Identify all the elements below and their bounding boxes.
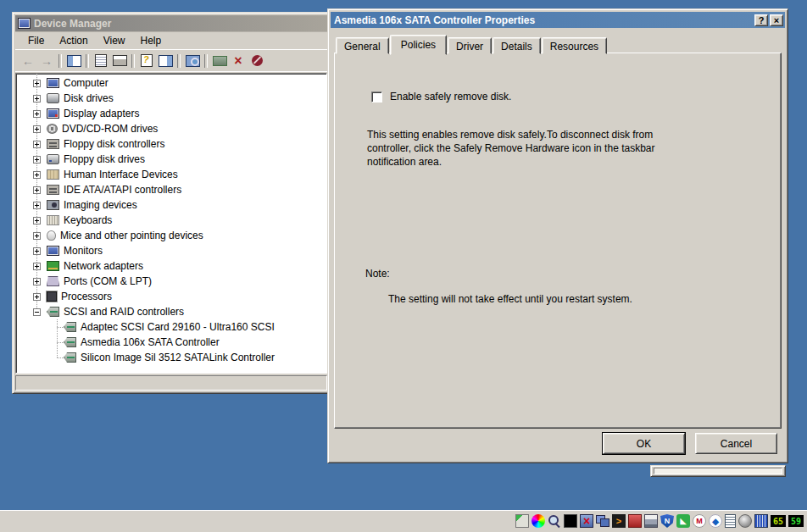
tree-item-processors[interactable]: Processors	[16, 289, 326, 304]
tree-item-floppy-disk-controllers[interactable]: Floppy disk controllers	[16, 136, 326, 152]
expand-icon[interactable]	[33, 202, 41, 209]
scan-hardware-icon[interactable]	[183, 53, 202, 69]
tree-item-imaging-devices[interactable]: Imaging devices	[16, 197, 326, 213]
green-arrow-tray-icon[interactable]	[676, 514, 690, 528]
scan-hardware-glyph	[186, 55, 200, 67]
tab-details[interactable]: Details	[493, 37, 541, 54]
tab-general[interactable]: General	[336, 37, 389, 54]
tree-item-monitors[interactable]: Monitors	[16, 243, 326, 258]
show-console-tree-icon[interactable]	[64, 53, 83, 69]
tree-item-floppy-disk-drives[interactable]: Floppy disk drives	[16, 152, 326, 167]
expand-icon[interactable]	[33, 80, 41, 87]
magnifier-tray-icon[interactable]	[548, 514, 561, 528]
device-manager-titlebar[interactable]: Device Manager	[15, 15, 327, 31]
uninstall-icon[interactable]	[229, 53, 248, 69]
expand-icon[interactable]	[33, 141, 41, 148]
properties-dialog: Asmedia 106x SATA Controller Properties …	[327, 8, 788, 463]
taskbar[interactable]: 6559	[0, 510, 807, 532]
menu-file[interactable]: File	[20, 33, 52, 48]
tree-item-disk-drives[interactable]: Disk drives	[16, 91, 326, 106]
tree-item-keyboards[interactable]: Keyboards	[16, 213, 326, 228]
expand-icon[interactable]	[33, 171, 41, 179]
tree-item-label: DVD/CD-ROM drives	[62, 123, 158, 135]
tab-resources[interactable]: Resources	[542, 37, 607, 54]
back-icon[interactable]	[19, 53, 37, 69]
event-log-tray-icon[interactable]	[725, 514, 736, 528]
menu-view[interactable]: View	[96, 33, 133, 48]
tree-item-network-adapters[interactable]: Network adapters	[16, 258, 326, 274]
show-detail-pane-icon[interactable]	[156, 53, 175, 69]
tree-item-scsi-and-raid-controllers[interactable]: SCSI and RAID controllers	[16, 304, 326, 319]
tree-item-display-adapters[interactable]: Display adapters	[16, 106, 326, 121]
update-driver-icon[interactable]	[210, 53, 229, 69]
device-tree[interactable]: ComputerDisk drivesDisplay adaptersDVD/C…	[15, 73, 327, 374]
help-icon[interactable]	[137, 53, 156, 69]
media-chevron-tray-icon[interactable]	[612, 514, 626, 528]
tree-item-adaptec-scsi-card-29160-ultra160-scsi[interactable]: Adaptec SCSI Card 29160 - Ultra160 SCSI	[16, 319, 326, 335]
eject-device-tray-icon[interactable]	[515, 514, 529, 528]
tab-policies[interactable]: Policies	[390, 35, 447, 55]
scsi-icon	[64, 322, 76, 332]
forward-icon[interactable]	[37, 53, 56, 69]
disable-glyph	[252, 55, 263, 66]
tree-item-ports-com-lpt[interactable]: Ports (COM & LPT)	[16, 274, 326, 289]
print-icon[interactable]	[110, 53, 129, 69]
shield-n-tray-icon[interactable]	[660, 514, 674, 528]
tree-item-ide-ata-atapi-controllers[interactable]: IDE ATA/ATAPI controllers	[16, 182, 326, 197]
disable-icon[interactable]	[248, 53, 266, 69]
network-computers-tray-icon[interactable]	[596, 514, 609, 528]
expand-icon[interactable]	[33, 95, 41, 103]
tree-item-human-interface-devices[interactable]: Human Interface Devices	[16, 167, 326, 182]
mouse-icon	[47, 230, 56, 241]
keyboard-icon	[47, 215, 59, 225]
monitor-icon	[47, 246, 59, 256]
color-wheel-tray-icon[interactable]	[532, 514, 545, 528]
offline-computer-tray-icon[interactable]	[580, 514, 593, 528]
expand-icon[interactable]	[33, 293, 41, 301]
tree-item-dvd-cd-rom-drives[interactable]: DVD/CD-ROM drives	[16, 121, 326, 136]
menu-action[interactable]: Action	[52, 33, 95, 48]
expand-icon[interactable]	[33, 186, 41, 194]
expand-icon[interactable]	[33, 217, 41, 224]
tree-item-asmedia-106x-sata-controller[interactable]: Asmedia 106x SATA Controller	[16, 335, 326, 350]
cancel-button[interactable]: Cancel	[695, 433, 777, 454]
print-glyph	[113, 55, 127, 66]
dialog-titlebar[interactable]: Asmedia 106x SATA Controller Properties …	[331, 12, 785, 28]
audio-mixer-tray-icon[interactable]	[754, 514, 768, 528]
close-button[interactable]: ×	[770, 14, 783, 26]
tree-item-label: Floppy disk drives	[64, 153, 145, 165]
enable-safely-remove-checkbox[interactable]	[371, 91, 382, 103]
properties-icon[interactable]	[92, 53, 110, 69]
expand-icon[interactable]	[33, 263, 41, 270]
processor-icon	[47, 291, 57, 302]
help-button[interactable]: ?	[754, 14, 768, 26]
scsi-icon	[64, 352, 76, 363]
expand-icon[interactable]	[33, 278, 41, 285]
media-m-tray-icon[interactable]	[693, 514, 706, 528]
tree-item-computer[interactable]: Computer	[16, 75, 326, 91]
tree-item-silicon-image-sil-3512-satalink-controller[interactable]: Silicon Image Sil 3512 SATALink Controll…	[16, 350, 326, 365]
collapse-icon[interactable]	[33, 308, 41, 316]
blue-diamond-tray-icon[interactable]	[709, 514, 722, 528]
expand-icon[interactable]	[33, 232, 41, 240]
expand-icon[interactable]	[33, 247, 41, 255]
expand-icon[interactable]	[33, 156, 41, 163]
scsi-icon	[64, 337, 76, 347]
show-detail-pane-glyph	[159, 55, 173, 67]
temperature-badge[interactable]: 65	[771, 515, 786, 527]
menu-bar: FileActionViewHelp	[15, 31, 327, 50]
tree-item-label: Display adapters	[64, 108, 139, 119]
volume-knob-tray-icon[interactable]	[738, 514, 752, 528]
tab-driver[interactable]: Driver	[448, 37, 492, 54]
temperature-badge[interactable]: 59	[788, 515, 804, 527]
tree-item-mice-and-other-pointing-devices[interactable]: Mice and other pointing devices	[16, 228, 326, 243]
expand-icon[interactable]	[33, 110, 41, 118]
ok-button[interactable]: OK	[603, 433, 685, 454]
print-capture-tray-icon[interactable]	[644, 514, 658, 528]
enable-safely-remove-row[interactable]: Enable safely remove disk.	[371, 91, 511, 103]
note-label: Note:	[365, 268, 390, 280]
expand-icon[interactable]	[33, 125, 41, 133]
black-window-tray-icon[interactable]	[564, 514, 577, 528]
menu-help[interactable]: Help	[133, 33, 170, 48]
usb-device-tray-icon[interactable]	[628, 514, 642, 528]
